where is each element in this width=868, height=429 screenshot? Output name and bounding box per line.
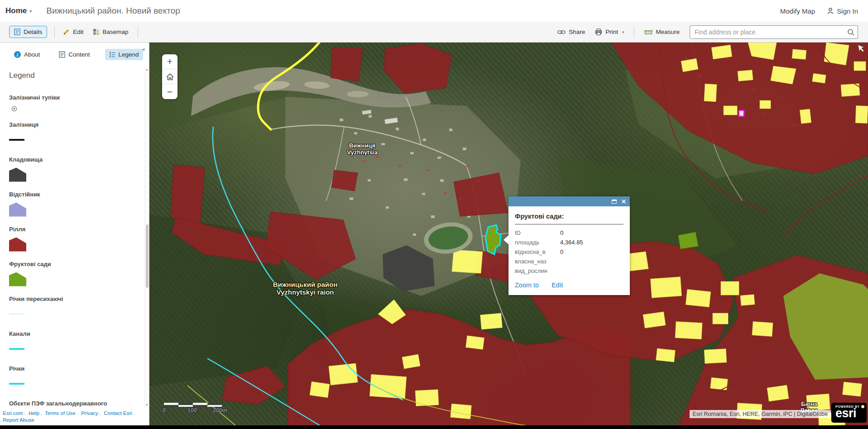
header-actions: Modify Map Sign In bbox=[780, 7, 858, 15]
footer-link-contact[interactable]: Contact Esri bbox=[104, 410, 132, 416]
home-icon bbox=[166, 73, 174, 81]
polygon-symbol bbox=[9, 272, 26, 286]
field-value: 4,364.85 bbox=[560, 239, 623, 246]
basemap-label: Basemap bbox=[103, 29, 129, 35]
maximize-icon[interactable] bbox=[612, 200, 617, 204]
share-button[interactable]: Share bbox=[557, 29, 585, 35]
tab-about[interactable]: i About bbox=[10, 49, 44, 60]
scroll-up-icon[interactable]: ▲ bbox=[145, 68, 149, 71]
magenta-marker[interactable] bbox=[739, 110, 744, 116]
legend-item-label: Річки bbox=[9, 365, 141, 372]
measure-label: Measure bbox=[656, 29, 680, 35]
footer-separator: . bbox=[77, 410, 78, 416]
modify-map-link[interactable]: Modify Map bbox=[780, 7, 815, 15]
legend-item-label: Фруктові сади bbox=[9, 261, 141, 267]
tab-content[interactable]: Content bbox=[55, 49, 94, 60]
popup-pointer bbox=[504, 235, 508, 244]
toolbar: Details Edit Basemap Share Print ▾ bbox=[0, 22, 868, 43]
print-button[interactable]: Print ▾ bbox=[595, 29, 624, 35]
esri-globe-dot bbox=[861, 405, 864, 408]
orchard-parcel bbox=[678, 232, 698, 249]
page-title: Вижницький район. Новий вектор bbox=[46, 6, 180, 16]
chevron-down-icon[interactable]: ▾ bbox=[29, 9, 32, 14]
panel-tabs: i About Content Legend ◄ bbox=[0, 43, 149, 60]
legend-item-label: Залізниця bbox=[9, 121, 141, 128]
footer-link-help[interactable]: Help bbox=[29, 410, 39, 416]
line-symbol bbox=[9, 348, 24, 350]
footer-link-privacy[interactable]: Privacy bbox=[81, 410, 98, 416]
tab-legend[interactable]: Legend bbox=[105, 49, 143, 60]
zoom-in-button[interactable]: + bbox=[162, 54, 177, 69]
close-icon[interactable]: ✕ bbox=[621, 199, 626, 205]
search-input[interactable] bbox=[695, 29, 847, 36]
field-label: вІдносна_в bbox=[515, 248, 560, 255]
print-label: Print bbox=[605, 29, 618, 35]
legend-list: Залізничні тупіки Залізниця Кладовища Ві… bbox=[9, 91, 141, 407]
popup-divider bbox=[515, 224, 623, 224]
field-value: 0 bbox=[560, 229, 623, 236]
info-icon: i bbox=[14, 51, 21, 58]
home-menu[interactable]: Home bbox=[5, 6, 27, 15]
scale-bar: 0 100 200m bbox=[164, 403, 222, 414]
measure-button[interactable]: Measure bbox=[644, 29, 680, 35]
footer-link-report-abuse[interactable]: Report Abuse bbox=[3, 417, 34, 423]
person-icon bbox=[827, 7, 834, 14]
map-canvas[interactable]: Вижниця Vyzhnytsia Вижницький район Vyzh… bbox=[149, 43, 868, 425]
popup-actions: Zoom to Edit bbox=[515, 281, 623, 289]
tab-content-label: Content bbox=[68, 51, 90, 58]
field-label: ID bbox=[515, 229, 560, 236]
link-icon bbox=[557, 29, 566, 35]
basemap-button[interactable]: Basemap bbox=[93, 29, 129, 35]
basemap-grid-icon bbox=[93, 29, 100, 35]
panel-collapse-icon[interactable]: ◄ bbox=[141, 47, 145, 52]
polygon-symbol bbox=[9, 203, 26, 217]
popup-fields: ID 0 площадь 4,364.85 вІдносна_в 0 власн… bbox=[515, 229, 623, 274]
polygon-symbol bbox=[9, 168, 26, 182]
edit-button[interactable]: Edit bbox=[63, 29, 83, 35]
legend-item: Кладовища bbox=[9, 156, 141, 182]
footer-link-terms[interactable]: Terms of Use bbox=[45, 410, 76, 416]
zoom-to-link[interactable]: Zoom to bbox=[515, 281, 539, 289]
footer-links: Esri.com. Help. Terms of Use. Privacy. C… bbox=[3, 410, 149, 424]
legend-item: Рілля bbox=[9, 226, 141, 252]
field-label: площадь bbox=[515, 239, 560, 246]
share-label: Share bbox=[569, 29, 585, 35]
legend-item-label: Канали bbox=[9, 330, 141, 337]
point-symbol bbox=[12, 106, 17, 111]
search-icon[interactable] bbox=[847, 28, 855, 36]
scrollbar-thumb[interactable] bbox=[146, 224, 149, 288]
sign-in-link[interactable]: Sign In bbox=[827, 7, 858, 15]
legend-item-label: Відстійник bbox=[9, 191, 141, 198]
tab-legend-label: Legend bbox=[119, 51, 139, 58]
zoom-out-button[interactable]: − bbox=[162, 84, 177, 99]
scroll-down-icon[interactable]: ▼ bbox=[145, 403, 149, 406]
footer-link-esri[interactable]: Esri.com bbox=[3, 410, 23, 416]
details-button[interactable]: Details bbox=[9, 26, 47, 38]
bottom-strip bbox=[0, 425, 868, 429]
esri-logo: POWERED BY esri bbox=[831, 403, 867, 423]
field-value: 0 bbox=[560, 248, 623, 255]
legend-heading: Legend bbox=[9, 71, 149, 80]
legend-scrollbar[interactable]: ▲ ▼ bbox=[144, 67, 149, 407]
legend-item: Канали bbox=[9, 330, 141, 356]
arcgis-map-viewer: Home ▾ Вижницький район. Новий вектор Mo… bbox=[0, 0, 868, 429]
legend-item-label: Обєкти ПЗФ загальнодержавного bbox=[9, 400, 141, 407]
details-icon bbox=[14, 29, 20, 35]
zoom-control: + − bbox=[162, 54, 177, 99]
legend-item: Обєкти ПЗФ загальнодержавного bbox=[9, 400, 141, 407]
sign-in-label: Sign In bbox=[837, 7, 858, 15]
pencil-icon bbox=[63, 29, 70, 35]
line-symbol bbox=[9, 383, 24, 385]
legend-item: Фруктові сади bbox=[9, 261, 141, 286]
printer-icon bbox=[595, 29, 602, 35]
edit-link[interactable]: Edit bbox=[551, 281, 563, 289]
legend-item: Залізничні тупіки bbox=[9, 94, 141, 112]
legend-item: Річки bbox=[9, 365, 141, 391]
toolbar-divider bbox=[138, 26, 138, 38]
chevron-down-icon: ▾ bbox=[622, 30, 624, 34]
footer-separator: . bbox=[134, 410, 135, 416]
legend-item-label: Кладовища bbox=[9, 156, 141, 163]
legend-item-label: Річки пересихаючі bbox=[9, 296, 141, 302]
edit-label: Edit bbox=[73, 29, 83, 35]
home-extent-button[interactable] bbox=[162, 69, 177, 84]
